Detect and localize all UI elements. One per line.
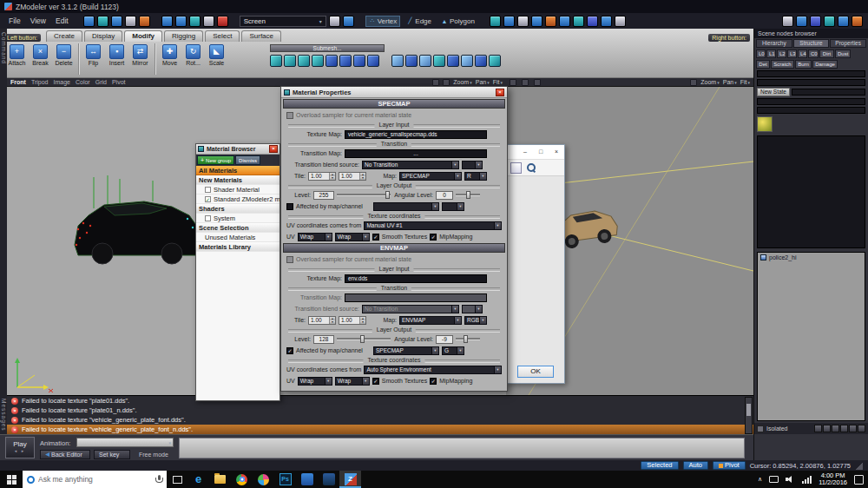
slider-thumb[interactable] [360,335,365,343]
checkbox-icon[interactable] [205,215,211,221]
viewport-menu-tripod[interactable]: Tripod [31,79,49,85]
toolbar-icon[interactable] [217,16,228,27]
taskbar-app-photoshop[interactable] [274,471,296,488]
state-button-l4[interactable]: L4 [798,49,807,58]
tile-u-spinner[interactable]: 1.00 [308,316,336,325]
wrap-v-dropdown[interactable]: Wrap [335,233,370,241]
channel-dropdown[interactable]: RGB [464,316,487,325]
level-value[interactable]: 255 [313,191,334,200]
transition-channel-dropdown[interactable] [462,305,483,313]
toolbar-icon[interactable] [601,16,612,27]
tool-attach[interactable]: +Attach [5,43,29,76]
toolbar-icon[interactable] [810,16,821,27]
wrap-u-dropdown[interactable]: Wrap [298,233,332,241]
texture-map-field[interactable]: env.dds [345,274,487,283]
affected-map-dropdown[interactable] [373,202,439,211]
taskbar-clock[interactable]: 4:00 PM 11/2/2016 [819,472,847,487]
viewport-option-icon[interactable] [443,79,450,86]
spinner-down-icon[interactable] [330,176,335,180]
viewport-option-icon[interactable] [432,79,439,86]
tile-u-spinner[interactable]: 1.00 [308,172,336,181]
checkbox-icon[interactable] [205,187,211,193]
mipmapping-checkbox[interactable] [430,378,437,385]
viewport-menu-image[interactable]: Image [53,79,69,85]
submesh-header[interactable]: Submesh... [270,44,385,52]
zoom-control[interactable]: Zoom [453,79,471,85]
affected-map-dropdown[interactable]: SPECMAP [373,346,439,355]
state-button-det[interactable]: Det [756,60,770,69]
taskbar-app-file-explorer[interactable] [209,471,231,488]
scene-node-list[interactable]: police2_hi [757,252,865,421]
isolated-toggle[interactable]: Isolated [766,425,788,432]
close-icon[interactable] [269,145,278,153]
toggle-vertex[interactable]: Vertex [365,16,401,27]
taskbar-app-dark-blue[interactable] [318,471,339,488]
timeline-track[interactable] [179,438,745,458]
tab-create[interactable]: Create [46,30,82,42]
texture-map-field[interactable]: vehicle_generic_smallspecmap.dds [345,130,487,139]
task-view-button[interactable] [167,471,187,488]
state-button-l0[interactable]: L0 [756,49,766,58]
selected-mode-chip[interactable]: Selected [641,461,678,470]
mipmapping-checkbox[interactable] [430,234,437,241]
state-option-field[interactable] [757,79,865,86]
spinner-down-icon[interactable] [360,320,365,324]
wrap-u-dropdown[interactable]: Wrap [298,377,332,386]
tab-properties[interactable]: Properties [830,39,866,48]
minimize-icon[interactable] [517,145,533,159]
toolbar-icon[interactable] [161,16,173,27]
angular-level-value[interactable]: -9 [436,335,453,344]
mesh-cube-icon[interactable] [391,55,404,67]
transition-map-field[interactable]: ... [345,149,487,158]
state-button-scratch[interactable]: Scratch [771,60,794,69]
viewport-menu-pivot[interactable]: Pivot [112,79,126,85]
tool-move[interactable]: ✚Move [158,43,181,76]
affected-channel-dropdown[interactable] [442,202,464,211]
material-list-item-standard[interactable]: Standard ZModeler2 mater... [196,195,279,204]
menu-edit[interactable]: Edit [52,16,72,25]
tool-delete[interactable]: −Delete [52,43,76,76]
submesh-cube-icon[interactable] [326,55,338,67]
state-button-l1[interactable]: L1 [766,49,776,58]
toggle-edge[interactable]: Edge [403,16,435,27]
affected-checkbox[interactable] [286,203,293,210]
map-dropdown[interactable]: SPECMAP [399,172,462,181]
section-header-specmap[interactable]: SPECMAP [283,99,505,109]
toolbar-icon[interactable] [329,16,340,27]
free-mode-label[interactable]: Free mode [139,452,168,458]
toolbar-icon[interactable] [824,16,835,27]
command-strip[interactable]: Command [0,29,7,395]
car-model-front-view[interactable] [69,175,208,269]
slider-thumb[interactable] [466,191,470,199]
material-list-item-shader[interactable]: Shader Material [196,185,279,195]
submesh-cube-icon[interactable] [339,55,352,67]
angular-level-slider[interactable] [456,191,480,199]
material-thumbnail[interactable] [757,116,773,132]
map-dropdown[interactable]: ENVMAP [399,316,462,325]
animation-dropdown[interactable] [76,438,174,447]
smooth-textures-checkbox[interactable] [372,234,379,241]
toolbar-icon[interactable] [517,16,529,27]
taskbar-app-blue[interactable] [296,471,318,488]
toolbar-icon[interactable] [559,16,570,27]
state-button-c0[interactable]: C0 [808,49,819,58]
toolbar-icon[interactable] [573,16,584,27]
transition-channel-dropdown[interactable] [462,161,483,169]
spinner-down-icon[interactable] [360,176,365,180]
tab-surface[interactable]: Surface [241,30,281,42]
log-entry[interactable]: Failed to locate texture "plate01.dds". [7,396,753,406]
mesh-cube-icon[interactable] [405,55,418,67]
toolbar-icon[interactable] [203,16,214,27]
wrap-v-dropdown[interactable]: Wrap [335,377,370,386]
menu-file[interactable]: File [5,16,24,25]
viewport-option-icon[interactable] [534,79,541,86]
microphone-icon[interactable] [155,475,162,485]
section-header-envmap[interactable]: ENVMAP [283,243,505,253]
dismiss-button[interactable]: Dismiss [235,155,260,165]
toolbar-icon[interactable] [587,16,598,27]
tab-display[interactable]: Display [84,30,122,42]
material-list-item-system[interactable]: System [196,214,279,223]
toolbar-icon[interactable] [782,16,793,27]
tool-mirror[interactable]: ⇄Mirror [128,43,152,76]
checkbox-checked-icon[interactable] [205,196,211,202]
